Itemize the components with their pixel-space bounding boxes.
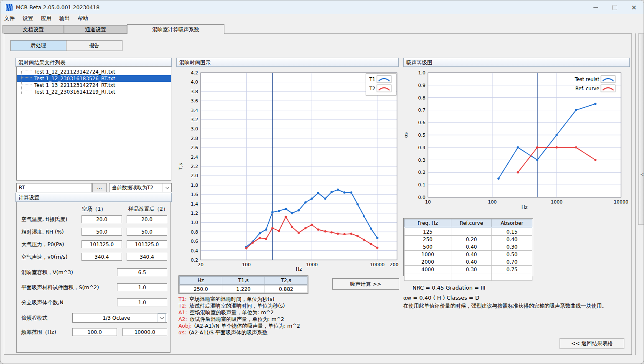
legend-label: Ref. curve [575, 86, 599, 92]
table-row: 5000.400.30 [405, 243, 532, 251]
menu-file[interactable]: 文件 [0, 14, 18, 23]
tab-channel-settings[interactable]: 通道设置 [64, 25, 127, 33]
humidity-1-input[interactable] [81, 228, 122, 236]
sound-speed-1-input[interactable] [81, 253, 122, 261]
pressure-2-input[interactable] [127, 240, 167, 248]
note-line: αs:(A2-A1)/S 平面吸声体的吸声系数 [178, 329, 300, 336]
subtab-report[interactable]: 报告 [66, 41, 122, 51]
close-button[interactable]: × [624, 0, 644, 14]
data-point [304, 201, 306, 204]
data-point [594, 103, 596, 105]
data-point [337, 188, 339, 191]
maximize-button[interactable] [605, 0, 624, 14]
label-room-volume: 混响室容积，V(m^3) [21, 269, 73, 276]
svg-text:3.4: 3.4 [191, 108, 199, 113]
dropdown-button[interactable] [163, 183, 171, 192]
pressure-1-input[interactable] [81, 240, 122, 248]
list-item[interactable]: Test 1_12_230316183526_RT.txt [17, 75, 171, 82]
svg-text:0.8: 0.8 [191, 229, 199, 235]
tab-reverb-absorption[interactable]: 混响室计算吸声系数 [127, 24, 224, 34]
x-axis-label: Hz [296, 266, 302, 272]
svg-text:0.6: 0.6 [191, 239, 199, 244]
freq-max-input[interactable] [122, 328, 167, 336]
legend-swatch [601, 76, 615, 83]
table-cell: 500 [405, 243, 451, 251]
data-point [376, 237, 378, 239]
column-header: Absorber [492, 219, 532, 228]
data-source-dropdown[interactable]: 当前数据读取为T2 [109, 183, 172, 192]
svg-text:1.4: 1.4 [191, 201, 199, 207]
svg-text:3.2: 3.2 [191, 117, 199, 122]
data-point [497, 178, 499, 180]
calc-settings-header: 计算设置 [15, 193, 172, 202]
table-row: 20000.400.70 [405, 258, 532, 266]
menu-output[interactable]: 输出 [56, 14, 74, 23]
data-point [285, 216, 287, 218]
list-item[interactable]: Test 1_12_221123142724_RT.txt [17, 69, 171, 75]
subtab-postprocess[interactable]: 后处理 [11, 41, 66, 51]
svg-text:3.6: 3.6 [191, 98, 199, 104]
data-point [555, 146, 557, 148]
nrc-result-text: NRC = 0.45 Gradation = III [412, 285, 486, 291]
collapse-splitter[interactable]: < [638, 33, 644, 225]
chevron-left-icon: < [640, 172, 644, 177]
table-cell: 0.40 [451, 258, 492, 266]
rating-chart[interactable]: 0.00.10.20.30.40.50.60.70.80.91.01010010… [403, 67, 630, 214]
sample-area-input[interactable] [117, 283, 167, 291]
tab-bar: 文档设置 通道设置 混响室计算吸声系数 [0, 24, 644, 34]
sound-speed-2-input[interactable] [127, 253, 167, 261]
legend-swatch [377, 76, 391, 83]
rating-table: Freq. HzRef.curveAbsorber1250.152500.200… [404, 219, 532, 281]
label-freq-range: 频率范围（Hz) [21, 329, 56, 336]
minimize-button[interactable] [586, 0, 605, 14]
table-row: 2500.200.40 [405, 236, 532, 243]
humidity-2-input[interactable] [127, 228, 167, 236]
list-item[interactable]: Test 1_13_221123142724_RT.txt [17, 82, 171, 89]
svg-text:10000: 10000 [370, 262, 384, 267]
svg-text:2.6: 2.6 [191, 145, 199, 150]
data-point [517, 171, 519, 173]
browse-button[interactable]: ... [92, 183, 107, 192]
svg-text:4.2: 4.2 [191, 70, 199, 76]
menu-help[interactable]: 帮助 [74, 14, 92, 23]
column-header: T1,s [222, 277, 265, 285]
note-line: A2:放试件后混响室的吸声量，单位为: m^2 [178, 316, 300, 323]
octave-mode-dropdown[interactable]: 1/3 Octave [72, 313, 167, 323]
air-temp-1-input[interactable] [81, 215, 122, 223]
data-point [356, 235, 359, 237]
data-point [331, 231, 333, 233]
table-cell: 1.220 [222, 285, 265, 293]
svg-text:0.8: 0.8 [418, 95, 426, 101]
note-line: T1:空场混响室的混响时间，单位为秒(s) [178, 296, 300, 303]
list-item[interactable]: Test 1_22_230316141219_RT.txt [17, 89, 171, 95]
table-cell: 250.0 [180, 285, 222, 293]
svg-text:0.4: 0.4 [418, 145, 426, 150]
return-results-button[interactable]: << 返回结果表格 [560, 338, 624, 349]
absorption-calc-button[interactable]: 吸声计算 >> [332, 278, 399, 290]
octave-mode-value: 1/3 Octave [73, 315, 158, 321]
tree-connector [22, 71, 32, 71]
tree-connector [22, 91, 32, 91]
absorber-count-input[interactable] [117, 298, 167, 306]
table-cell: 0.40 [451, 243, 492, 251]
menu-bar: 文件 设置 应用 输出 帮助 [0, 14, 644, 23]
svg-text:1000: 1000 [306, 262, 318, 267]
chevron-down-icon [165, 185, 169, 189]
panel-divider [635, 33, 636, 355]
menu-application[interactable]: 应用 [37, 14, 55, 23]
rt-name-input[interactable] [16, 183, 92, 192]
svg-text:0.1: 0.1 [418, 182, 426, 188]
room-volume-input[interactable] [117, 268, 167, 276]
data-point [370, 243, 372, 245]
svg-text:10: 10 [425, 199, 431, 205]
tab-document-settings[interactable]: 文档设置 [3, 25, 64, 33]
freq-min-input[interactable] [72, 328, 117, 336]
menu-settings[interactable]: 设置 [19, 14, 37, 23]
dropdown-button[interactable] [158, 313, 166, 322]
air-temp-2-input[interactable] [127, 215, 167, 223]
screen: MCR Beta 2.05.0.001 20230418 × 文件 设置 应用 … [0, 0, 644, 364]
table-cell [451, 228, 492, 236]
data-point [271, 211, 273, 213]
rt-chart[interactable]: 0.20.40.60.81.01.21.41.61.82.02.22.42.62… [176, 67, 399, 272]
svg-text:4.0: 4.0 [191, 79, 199, 85]
